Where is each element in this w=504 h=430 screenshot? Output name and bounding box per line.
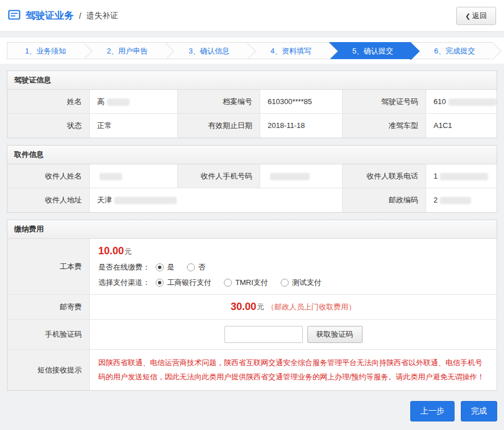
- production-fee-row: 工本费 10.00元 是否在线缴费： 是 否 选择支付渠道： 工商银行支付 TM…: [7, 239, 497, 295]
- vehicle-type-label: 准驾车型: [343, 114, 426, 138]
- pickup-info-title: 取件信息: [7, 146, 497, 164]
- mail-fee-row: 邮寄费 30.00元 （邮政人员上门收取费用）: [7, 295, 497, 320]
- redaction-smudge: [440, 197, 471, 204]
- recipient-mobile-label: 收件人手机号码: [178, 164, 260, 188]
- production-fee-amount: 10.00: [98, 245, 124, 257]
- license-info-title: 驾驶证信息: [7, 71, 497, 90]
- sms-notice-label: 短信接收提示: [7, 350, 90, 390]
- header-title-group: 驾驶证业务 / 遗失补证: [8, 9, 118, 22]
- redaction-smudge: [99, 173, 122, 180]
- radio-unchecked-icon[interactable]: [224, 279, 232, 287]
- channel-icbc-label: 工商银行支付: [167, 278, 211, 288]
- recipient-name-label: 收件人姓名: [7, 164, 90, 188]
- pickup-info-panel: 取件信息 收件人姓名 收件人手机号码 收件人联系电话 1 收件人地址 天津 邮政…: [7, 145, 497, 213]
- channel-tmri-label: TMRI支付: [235, 278, 268, 288]
- sms-code-input[interactable]: [224, 326, 303, 343]
- production-fee-label: 工本费: [7, 239, 90, 294]
- step-1-business-notice[interactable]: 1、业务须知: [7, 42, 84, 59]
- license-info-row-2: 状态 正常 有效期止日期 2018-11-18 准驾车型 A1C1: [7, 114, 497, 138]
- status-label: 状态: [7, 114, 90, 138]
- license-service-icon: [8, 10, 20, 22]
- pickup-info-row-1: 收件人姓名 收件人手机号码 收件人联系电话 1: [7, 164, 497, 188]
- name-label: 姓名: [7, 90, 90, 114]
- vehicle-type-value: A1C1: [426, 114, 497, 138]
- expiry-label: 有效期止日期: [178, 114, 260, 138]
- address-value: 天津: [90, 188, 343, 212]
- steps-bar: 1、业务须知 2、用户申告 3、确认信息 4、资料填写 5、确认提交 6、完成提…: [0, 38, 504, 64]
- sms-notice-text: 因陕西省联通、电信运营商技术问题，陕西省互联网交通安全综合服务管理平台无法向持陕…: [98, 356, 488, 384]
- recipient-name-value: [90, 164, 178, 188]
- mail-fee-unit: 元: [257, 302, 264, 312]
- radio-checked-icon[interactable]: [156, 263, 164, 271]
- finish-button[interactable]: 完成: [461, 401, 497, 421]
- radio-unchecked-icon[interactable]: [281, 279, 289, 287]
- page-title: 驾驶证业务: [26, 9, 74, 22]
- pickup-info-row-2: 收件人地址 天津 邮政编码 2: [7, 188, 497, 212]
- app-header: 驾驶证业务 / 遗失补证 ❮返回: [0, 0, 504, 32]
- back-button[interactable]: ❮返回: [456, 7, 496, 25]
- sms-notice-row: 短信接收提示 因陕西省联通、电信运营商技术问题，陕西省互联网交通安全综合服务管理…: [7, 350, 497, 390]
- online-pay-line: 是否在线缴费： 是 否: [98, 262, 488, 272]
- payment-title: 缴纳费用: [7, 220, 497, 239]
- online-pay-yes-option[interactable]: 是: [156, 262, 174, 272]
- redaction-smudge: [107, 98, 130, 106]
- file-no-value: 610300****85: [260, 90, 343, 114]
- redaction-smudge: [440, 173, 488, 180]
- sms-code-label: 手机验证码: [7, 320, 90, 349]
- postcode-value: 2: [426, 188, 497, 212]
- sms-code-content: 获取验证码: [90, 320, 497, 349]
- breadcrumb-separator: /: [79, 11, 81, 20]
- payment-panel: 缴纳费用 工本费 10.00元 是否在线缴费： 是 否 选择支付渠道： 工商银行…: [7, 220, 497, 391]
- mail-fee-label: 邮寄费: [7, 295, 90, 319]
- production-fee-unit: 元: [124, 247, 132, 256]
- pay-channel-line: 选择支付渠道： 工商银行支付 TMRI支付 测试支付: [98, 278, 488, 288]
- back-button-label: 返回: [472, 11, 487, 20]
- file-no-label: 档案编号: [178, 90, 260, 114]
- online-pay-yes-label: 是: [167, 262, 174, 272]
- expiry-value: 2018-11-18: [260, 114, 343, 138]
- license-no-value: 610: [426, 90, 497, 114]
- online-pay-no-label: 否: [198, 262, 206, 272]
- recipient-phone-value: 1: [426, 164, 497, 188]
- step-5-confirm-submit[interactable]: 5、确认提交: [329, 42, 411, 59]
- recipient-mobile-value: [260, 164, 343, 188]
- previous-step-button[interactable]: 上一步: [410, 401, 455, 421]
- breadcrumb-current: 遗失补证: [86, 11, 118, 21]
- channel-test-label: 测试支付: [292, 278, 322, 288]
- step-2-user-declaration[interactable]: 2、用户申告: [84, 42, 165, 59]
- postcode-label: 邮政编码: [343, 188, 426, 212]
- sms-code-row: 手机验证码 获取验证码: [7, 320, 497, 350]
- license-info-panel: 驾驶证信息 姓名 高 档案编号 610300****85 驾驶证号码 610 状…: [7, 71, 497, 138]
- recipient-phone-label: 收件人联系电话: [343, 164, 426, 188]
- sms-notice-content: 因陕西省联通、电信运营商技术问题，陕西省互联网交通安全综合服务管理平台无法向持陕…: [90, 350, 497, 390]
- chevron-left-icon: ❮: [465, 13, 470, 19]
- license-no-label: 驾驶证号码: [343, 90, 426, 114]
- mail-fee-note: （邮政人员上门收取费用）: [267, 302, 356, 312]
- pay-channel-question: 选择支付渠道：: [98, 278, 150, 288]
- mail-fee-content: 30.00元 （邮政人员上门收取费用）: [90, 295, 497, 319]
- footer-actions: 上一步 完成: [7, 401, 497, 421]
- status-value: 正常: [90, 114, 178, 138]
- redaction-smudge: [114, 197, 177, 204]
- radio-unchecked-icon[interactable]: [187, 263, 195, 271]
- online-pay-no-option[interactable]: 否: [187, 262, 206, 272]
- redaction-smudge: [270, 173, 310, 180]
- get-code-button[interactable]: 获取验证码: [307, 326, 363, 343]
- production-fee-content: 10.00元 是否在线缴费： 是 否 选择支付渠道： 工商银行支付 TMRI支付…: [90, 239, 497, 294]
- production-fee-amount-line: 10.00元: [98, 245, 488, 257]
- mail-fee-amount: 30.00: [231, 301, 256, 313]
- step-4-fill-data[interactable]: 4、资料填写: [247, 42, 329, 59]
- channel-test-option[interactable]: 测试支付: [281, 278, 322, 288]
- channel-tmri-option[interactable]: TMRI支付: [224, 278, 268, 288]
- step-6-complete-submit[interactable]: 6、完成提交: [411, 42, 493, 59]
- redaction-smudge: [448, 98, 497, 106]
- online-pay-question: 是否在线缴费：: [98, 262, 150, 272]
- channel-icbc-option[interactable]: 工商银行支付: [156, 278, 211, 288]
- radio-checked-icon[interactable]: [156, 279, 164, 287]
- name-value: 高: [90, 90, 178, 114]
- license-info-row-1: 姓名 高 档案编号 610300****85 驾驶证号码 610: [7, 90, 497, 114]
- step-3-confirm-info[interactable]: 3、确认信息: [165, 42, 247, 59]
- address-label: 收件人地址: [7, 188, 90, 212]
